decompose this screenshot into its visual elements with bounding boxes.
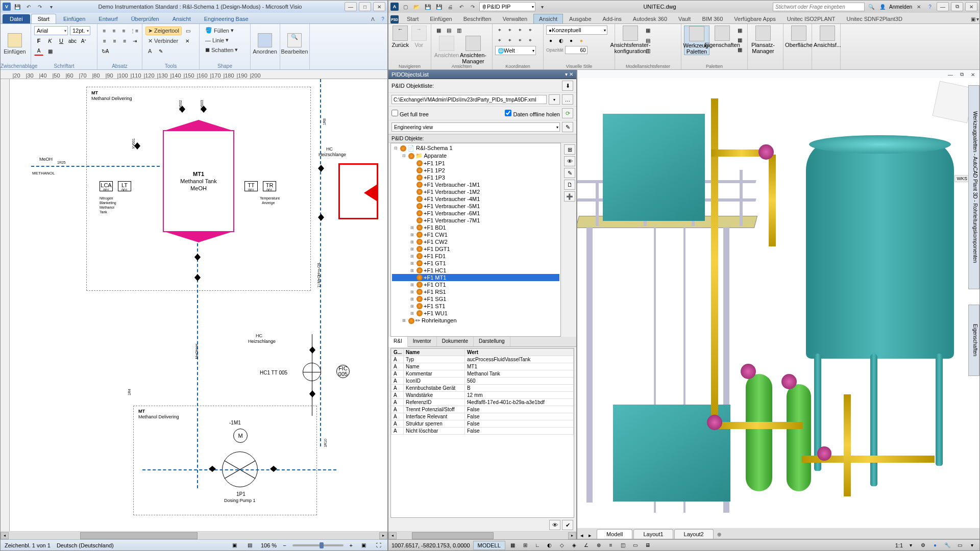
tab-apps[interactable]: Verfügbare Apps bbox=[729, 14, 780, 23]
surface-button[interactable]: Oberfläche bbox=[786, 26, 812, 48]
scroll-right-button[interactable]: ▸ bbox=[379, 532, 387, 539]
prop-b1[interactable]: 👁 bbox=[549, 520, 560, 530]
view-edit-button[interactable]: ✎ bbox=[562, 122, 573, 132]
tab-bim360[interactable]: BIM 360 bbox=[697, 14, 728, 23]
print-icon[interactable]: 🖨 bbox=[446, 2, 455, 11]
dyn-icon[interactable]: ⊕ bbox=[594, 541, 603, 550]
tree-item[interactable]: ⊞ ✏ Rohrleitungen bbox=[392, 317, 559, 324]
fic-instr[interactable]: FIC005 bbox=[336, 365, 350, 378]
clean-icon[interactable]: ▭ bbox=[955, 541, 964, 550]
italic-button[interactable]: K bbox=[45, 36, 55, 45]
bold-button[interactable]: F bbox=[34, 36, 43, 45]
valve-xv003[interactable] bbox=[200, 106, 207, 113]
rect-tool-button[interactable]: ▭ bbox=[184, 26, 193, 35]
help-icon[interactable]: ? bbox=[378, 14, 387, 23]
instr-lca[interactable]: LCA001 bbox=[100, 181, 113, 191]
visual-style-combo[interactable]: ● Konzeptuell bbox=[546, 26, 607, 35]
tab-a360[interactable]: Autodesk 360 bbox=[628, 14, 672, 23]
section-button[interactable]: Ansichtsf... bbox=[815, 26, 840, 48]
instr-tt[interactable]: TT001 bbox=[244, 181, 258, 191]
tree-item[interactable]: +F1 Verbraucher -5M1 bbox=[392, 203, 559, 210]
ucs-btn1[interactable]: ⌖ bbox=[495, 26, 504, 35]
tree-item[interactable]: +F1 1P1 bbox=[392, 160, 559, 167]
minimize-button[interactable]: — bbox=[937, 2, 949, 11]
refresh-button[interactable]: ⟳ bbox=[562, 108, 573, 118]
save-icon[interactable]: 💾 bbox=[423, 2, 432, 11]
tree-b4[interactable]: 🗋 bbox=[564, 180, 575, 190]
table-row[interactable]: ANicht löschbarFalse bbox=[391, 428, 574, 435]
vp-b2[interactable]: ▤ bbox=[643, 36, 652, 45]
view-btn1[interactable]: ▦ bbox=[434, 26, 443, 35]
tree-item[interactable]: +F1 Verbraucher -1M1 bbox=[392, 181, 559, 188]
polar-icon[interactable]: ◐ bbox=[545, 541, 554, 550]
arrange-button[interactable]: Anordnen bbox=[254, 26, 276, 62]
tab-engineering-base[interactable]: Engineering Base bbox=[198, 14, 255, 23]
tree-item[interactable]: +F1 Verbraucher -6M1 bbox=[392, 210, 559, 217]
table-row[interactable]: ANameMT1 bbox=[391, 363, 574, 370]
maximize-button[interactable]: □ bbox=[359, 2, 371, 11]
panel-focus-icon[interactable]: ▣ ▾ bbox=[970, 14, 979, 23]
top-vessel[interactable] bbox=[603, 114, 705, 221]
tree-item[interactable]: ⊞ +F1 SG1 bbox=[392, 295, 559, 303]
tab-view[interactable]: Ansicht bbox=[166, 14, 197, 23]
ucs-btn6[interactable]: ⌖ bbox=[505, 36, 514, 45]
scroll-left-button[interactable]: ◂ bbox=[1, 532, 9, 539]
lwt-icon[interactable]: ≡ bbox=[606, 541, 616, 550]
visio-hscroll[interactable]: ◂ ▸ bbox=[1, 531, 387, 539]
browse-button[interactable]: … bbox=[562, 94, 573, 105]
tab-insert[interactable]: Einfügen bbox=[57, 14, 91, 23]
pointer-tool-button[interactable]: ➤ Zeigertool bbox=[145, 27, 182, 35]
tree-item[interactable]: ⊟ 📁 Apparate bbox=[392, 152, 559, 160]
panel-options-icon[interactable]: ▾ ✕ bbox=[565, 71, 573, 77]
instr-tr[interactable]: TR001 bbox=[263, 181, 276, 191]
space-model-button[interactable]: MODELL bbox=[473, 541, 505, 550]
tree-item[interactable]: ⊞ +F1 DGT1 bbox=[392, 245, 559, 253]
ucs-btn4[interactable]: ⌖ bbox=[526, 26, 535, 35]
tree-item[interactable]: ⊞ +F1 FD1 bbox=[392, 253, 559, 260]
valve-hc1[interactable] bbox=[317, 165, 324, 172]
views-button[interactable]: Ansichten bbox=[434, 36, 459, 64]
load-button[interactable]: ⬇ bbox=[562, 81, 573, 91]
tab-manage[interactable]: Verwalten bbox=[498, 14, 532, 23]
viewmgr-button[interactable]: Ansichten-Manager bbox=[460, 36, 486, 64]
snap-icon[interactable]: ⊞ bbox=[521, 541, 530, 550]
full-tree-checkbox[interactable]: Get full tree bbox=[391, 110, 429, 117]
fontsize-combo[interactable]: 12pt. bbox=[70, 26, 90, 35]
tree-item[interactable]: ⊞ +F1 GT1 bbox=[392, 260, 559, 267]
connector-tool-button[interactable]: ✕ Verbinder bbox=[145, 37, 181, 45]
qp-icon[interactable]: ▭ bbox=[631, 541, 640, 550]
tree-item[interactable]: ⊞ +F1 CW1 bbox=[392, 231, 559, 238]
tree-item[interactable]: +F1 Verbraucher -1M2 bbox=[392, 188, 559, 195]
line-button[interactable]: — Linie ▾ bbox=[203, 36, 231, 44]
pal-b2[interactable]: ▦ bbox=[735, 35, 744, 44]
tree-item[interactable]: ⊞ +F1 OT1 bbox=[392, 281, 559, 288]
view-combo[interactable]: Engineering view bbox=[391, 122, 560, 132]
tree-item[interactable]: ⊞ +F1 WU1 bbox=[392, 310, 559, 317]
tree-item[interactable]: +F1 1P3 bbox=[392, 174, 559, 181]
tree-item[interactable]: +F1 1P2 bbox=[392, 167, 559, 174]
text-tool-button[interactable]: A bbox=[145, 47, 154, 55]
iso-icon[interactable]: ● bbox=[930, 541, 940, 550]
methanol-tank[interactable]: MT1 Methanol Tank MeOH bbox=[163, 130, 234, 232]
signin-link[interactable]: Anmelden bbox=[889, 4, 912, 10]
world-combo[interactable]: 🌐 Welt bbox=[495, 46, 536, 55]
highlight-button[interactable]: ▦ bbox=[45, 46, 55, 56]
tab-sdnf[interactable]: Unitec SDNF2Plant3D bbox=[841, 14, 907, 23]
table-row[interactable]: AKennbuchstabe GerätB bbox=[391, 385, 574, 392]
pid-panel-header[interactable]: PIDObjectsList ▾ ✕ bbox=[388, 70, 576, 79]
tree-item[interactable]: +F1 Verbraucher -7M1 bbox=[392, 217, 559, 224]
ucs-btn7[interactable]: ⌖ bbox=[516, 36, 525, 45]
grid-icon[interactable]: ▦ bbox=[508, 541, 518, 550]
record-macro-button[interactable]: ▣ bbox=[230, 541, 239, 550]
table-row[interactable]: AKommentarMethanol Tank bbox=[391, 370, 574, 378]
bullets-button[interactable]: ⋮≡ bbox=[130, 26, 139, 35]
ribbon-min-icon[interactable]: ᐱ bbox=[368, 14, 377, 23]
underline-button[interactable]: U bbox=[57, 36, 66, 45]
align-right-button[interactable]: ≡ bbox=[121, 36, 129, 45]
fullscreen-button[interactable]: ⛶ bbox=[374, 541, 383, 550]
3dosnap-icon[interactable]: ◈ bbox=[570, 541, 579, 550]
tab-model[interactable]: Modell bbox=[597, 529, 632, 539]
valve-pump-out[interactable] bbox=[270, 466, 277, 473]
app-menu-icon[interactable]: P3D bbox=[390, 15, 399, 23]
tree-item[interactable]: +F1 MT1 bbox=[392, 274, 559, 281]
